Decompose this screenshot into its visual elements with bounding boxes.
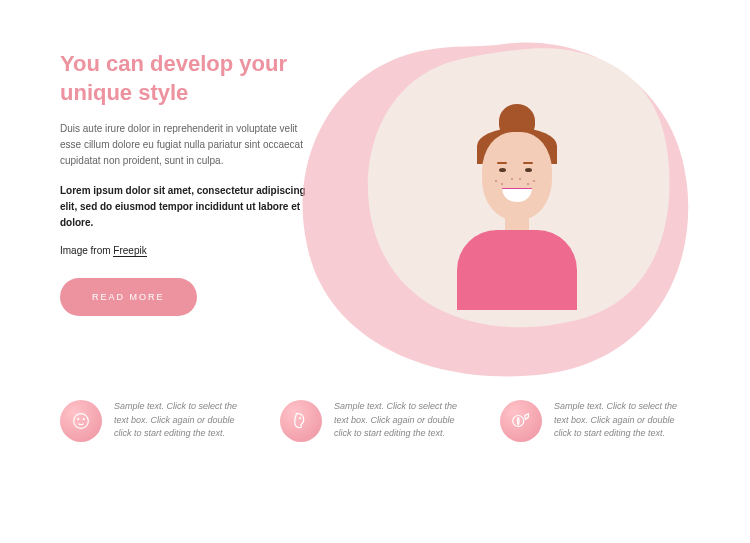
hero-image-column — [337, 50, 690, 350]
credit-prefix: Image from — [60, 245, 113, 256]
profile-icon — [280, 400, 322, 442]
image-credit: Image from Freepik — [60, 245, 317, 256]
hero-paragraph-1: Duis aute irure dolor in reprehenderit i… — [60, 121, 317, 169]
svg-point-3 — [300, 418, 301, 419]
svg-point-2 — [83, 419, 84, 420]
svg-point-1 — [78, 419, 79, 420]
person-illustration — [437, 110, 597, 320]
makeup-icon — [500, 400, 542, 442]
hero-section: You can develop your unique style Duis a… — [0, 0, 750, 380]
feature-item: Sample text. Click to select the text bo… — [280, 400, 470, 442]
hero-title: You can develop your unique style — [60, 50, 317, 107]
features-row: Sample text. Click to select the text bo… — [0, 380, 750, 472]
feature-text: Sample text. Click to select the text bo… — [554, 400, 690, 442]
feature-item: Sample text. Click to select the text bo… — [500, 400, 690, 442]
face-icon — [60, 400, 102, 442]
hero-paragraph-2: Lorem ipsum dolor sit amet, consectetur … — [60, 183, 317, 231]
hero-photo — [357, 40, 677, 330]
feature-text: Sample text. Click to select the text bo… — [334, 400, 470, 442]
credit-link[interactable]: Freepik — [113, 245, 146, 257]
svg-point-0 — [74, 414, 89, 429]
read-more-button[interactable]: READ MORE — [60, 278, 197, 316]
feature-item: Sample text. Click to select the text bo… — [60, 400, 250, 442]
feature-text: Sample text. Click to select the text bo… — [114, 400, 250, 442]
